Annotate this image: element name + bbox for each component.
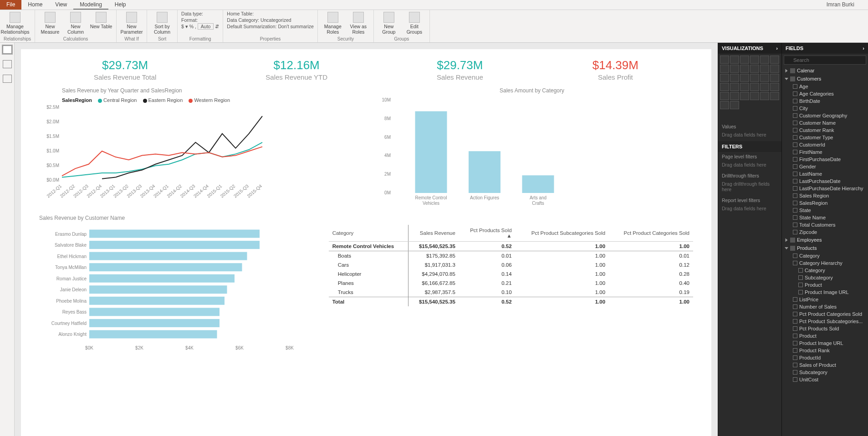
table-node[interactable]: Calenar [782, 66, 868, 75]
table-node[interactable]: Products [782, 244, 868, 252]
report-filters-dropzone[interactable]: Drag data fields here [718, 205, 781, 215]
viz-type-icon[interactable] [730, 101, 739, 109]
field-node[interactable]: Age Categories [782, 90, 868, 97]
field-node[interactable]: Customer Type [782, 134, 868, 141]
fields-tab-icon[interactable] [722, 113, 730, 120]
field-node[interactable]: Customer Rank [782, 127, 868, 134]
viz-type-icon[interactable] [760, 74, 769, 82]
manage-relationships-button[interactable]: Manage Relationships [4, 11, 26, 36]
chevron-right-icon[interactable]: › [863, 46, 864, 51]
field-node[interactable]: Pct Product Categories Sold [782, 310, 868, 318]
field-node[interactable]: LastPurchaseDate Hierarchy [782, 185, 868, 192]
values-dropzone[interactable]: Drag data fields here [718, 131, 781, 141]
viz-type-icon[interactable] [740, 56, 749, 64]
tab-home[interactable]: Home [21, 0, 49, 10]
report-canvas[interactable]: $29.73M Sales Revenue Total $12.16M Sale… [15, 43, 718, 436]
tab-view[interactable]: View [49, 0, 73, 10]
field-node[interactable]: ProductId [782, 354, 868, 361]
field-node[interactable]: Category [782, 252, 868, 259]
viz-type-icon[interactable] [730, 92, 739, 100]
home-table-dropdown[interactable]: Home Table: [227, 11, 314, 16]
field-node[interactable]: Age [782, 83, 868, 90]
kpi-card[interactable]: $12.16M Sales Revenue YTD [266, 58, 327, 81]
chevron-right-icon[interactable]: › [776, 46, 778, 51]
field-node[interactable]: Customer Geography [782, 112, 868, 119]
format-tab-icon[interactable] [734, 113, 742, 120]
viz-type-icon[interactable] [770, 56, 779, 64]
field-node[interactable]: Category Hierarchy [782, 259, 868, 267]
viz-type-icon[interactable] [730, 56, 739, 64]
viz-type-icon[interactable] [760, 56, 769, 64]
field-node[interactable]: Total Customers [782, 221, 868, 228]
field-node[interactable]: LastName [782, 170, 868, 177]
field-node[interactable]: Number of Sales [782, 303, 868, 310]
viz-type-icon[interactable] [740, 92, 749, 100]
viz-type-icon[interactable] [770, 65, 779, 73]
table-node[interactable]: Customers [782, 75, 868, 83]
viz-type-icon[interactable] [770, 92, 779, 100]
field-node[interactable]: Category [782, 267, 868, 274]
field-node[interactable]: LastPurchaseDate [782, 177, 868, 185]
format-dropdown[interactable]: Format: [181, 17, 219, 23]
field-node[interactable]: Product [782, 281, 868, 289]
tab-modeling[interactable]: Modeling [73, 0, 108, 10]
matrix-visual[interactable]: CategorySales RevenuePct Products Sold▲P… [329, 225, 693, 361]
kpi-card[interactable]: $29.73M Sales Revenue [437, 58, 483, 81]
view-as-roles-button[interactable]: View as Roles [347, 11, 370, 36]
viz-type-icon[interactable] [730, 65, 739, 73]
page-filters-dropzone[interactable]: Drag data fields here [718, 161, 781, 171]
viz-type-icon[interactable] [720, 74, 729, 82]
viz-type-icon[interactable] [770, 83, 779, 91]
kpi-card[interactable]: $14.39M Sales Profit [592, 58, 638, 81]
viz-type-icon[interactable] [750, 56, 759, 64]
field-node[interactable]: BirthDate [782, 97, 868, 105]
field-node[interactable]: Subcategory [782, 274, 868, 281]
field-node[interactable]: Sales Region [782, 192, 868, 199]
report-view-icon[interactable] [3, 46, 12, 54]
viz-type-icon[interactable] [740, 74, 749, 82]
field-node[interactable]: Product [782, 332, 868, 340]
format-symbols[interactable]: $ ▾ % , Auto ⇵ [181, 24, 219, 29]
field-node[interactable]: Product Image URL [782, 289, 868, 296]
field-node[interactable]: City [782, 105, 868, 112]
viz-type-icon[interactable] [720, 65, 729, 73]
field-node[interactable]: Product Image URL [782, 340, 868, 347]
data-category-dropdown[interactable]: Data Category: Uncategorized [227, 17, 314, 23]
new-group-button[interactable]: New Group [378, 11, 400, 36]
model-view-icon[interactable] [3, 75, 12, 83]
fields-search-input[interactable] [784, 56, 866, 65]
viz-type-icon[interactable] [760, 65, 769, 73]
drillthrough-dropzone[interactable]: Drag drillthrough fields here [718, 180, 781, 196]
field-node[interactable]: Pct Products Sold [782, 325, 868, 332]
default-summarization-dropdown[interactable]: Default Summarization: Don't summarize [227, 24, 314, 29]
new-column-button[interactable]: New Column [64, 11, 87, 36]
viz-type-icon[interactable] [720, 83, 729, 91]
viz-type-icon[interactable] [750, 92, 759, 100]
viz-type-icon[interactable] [730, 74, 739, 82]
field-node[interactable]: CustomerId [782, 141, 868, 148]
user-name[interactable]: Imran Burki [822, 0, 868, 10]
viz-type-icon[interactable] [760, 83, 769, 91]
manage-roles-button[interactable]: Manage Roles [322, 11, 344, 36]
new-table-button[interactable]: New Table [90, 11, 112, 36]
new-measure-button[interactable]: New Measure [39, 11, 61, 36]
tab-file[interactable]: File [0, 0, 21, 10]
data-view-icon[interactable] [3, 60, 12, 68]
tab-help[interactable]: Help [108, 0, 133, 10]
hbar-chart[interactable]: Erasmo DunlapSalvatore BlakeEthel Hickma… [39, 225, 320, 361]
field-node[interactable]: Zipcode [782, 228, 868, 236]
field-node[interactable]: Subcategory [782, 369, 868, 376]
field-node[interactable]: State [782, 207, 868, 214]
field-node[interactable]: ListPrice [782, 296, 868, 303]
viz-type-icon[interactable] [750, 65, 759, 73]
viz-type-icon[interactable] [720, 101, 729, 109]
field-node[interactable]: SalesRegion [782, 199, 868, 207]
field-node[interactable]: FirstPurchaseDate [782, 156, 868, 163]
field-node[interactable]: Sales of Product [782, 361, 868, 369]
sort-by-column-button[interactable]: Sort by Column [151, 11, 174, 36]
viz-type-icon[interactable] [750, 74, 759, 82]
edit-groups-button[interactable]: Edit Groups [403, 11, 426, 36]
viz-type-icon[interactable] [750, 83, 759, 91]
line-chart[interactable]: Sales Revenue by Year Quarter and SalesR… [39, 86, 362, 213]
viz-type-icon[interactable] [760, 92, 769, 100]
